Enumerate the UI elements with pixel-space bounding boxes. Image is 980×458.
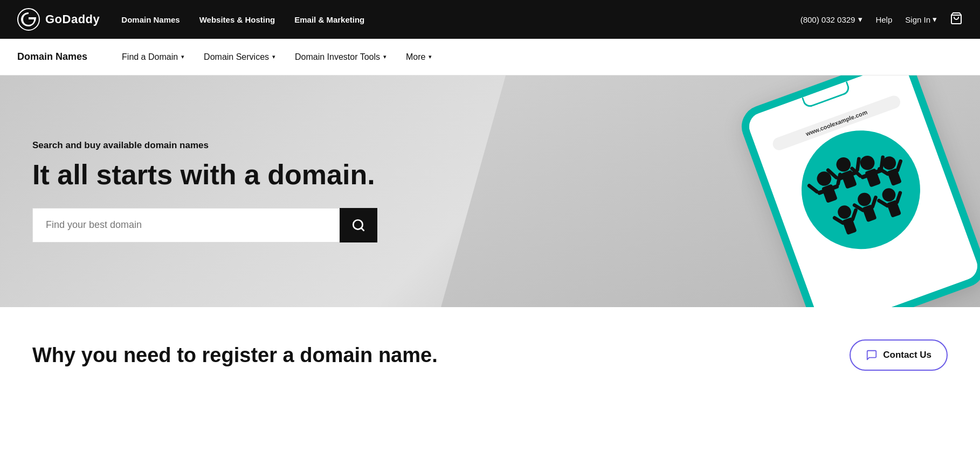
phone-wrapper: www.coolexample.com — [619, 75, 980, 307]
help-link[interactable]: Help — [875, 15, 892, 24]
sub-find-domain[interactable]: Find a Domain ▾ — [113, 48, 193, 66]
hero-content: Search and buy available domain names It… — [0, 108, 410, 274]
bottom-section: Why you need to register a domain name. … — [0, 307, 980, 403]
cart-icon — [950, 12, 963, 25]
phone-number: (800) 032 0329 — [800, 15, 855, 24]
svg-rect-28 — [862, 204, 877, 222]
signin-chevron-icon: ▾ — [933, 15, 937, 24]
sub-more[interactable]: More ▾ — [397, 48, 440, 66]
search-icon — [351, 218, 365, 232]
phone-illustration: www.coolexample.com — [619, 75, 980, 307]
sub-domain-investor-tools[interactable]: Domain Investor Tools ▾ — [286, 48, 395, 66]
chat-icon — [866, 349, 878, 361]
hero-section: Search and buy available domain names It… — [0, 75, 980, 307]
sign-in-button[interactable]: Sign In ▾ — [905, 15, 937, 24]
domain-search-button[interactable] — [340, 208, 377, 242]
find-domain-label: Find a Domain — [122, 52, 178, 62]
contact-us-button[interactable]: Contact Us — [850, 339, 948, 371]
phone-screen: www.coolexample.com — [746, 75, 980, 307]
phone-chevron-icon: ▾ — [858, 15, 862, 24]
nav-websites-hosting[interactable]: Websites & Hosting — [199, 15, 275, 24]
nav-email-marketing[interactable]: Email & Marketing — [294, 15, 364, 24]
logo-text: GoDaddy — [45, 12, 100, 26]
contact-us-label: Contact Us — [883, 350, 931, 360]
svg-rect-20 — [887, 168, 902, 186]
more-chevron-icon: ▾ — [429, 53, 432, 60]
svg-line-26 — [850, 210, 859, 219]
sub-nav-title: Domain Names — [17, 51, 87, 63]
people-group-icon — [795, 124, 927, 255]
find-domain-chevron-icon: ▾ — [181, 53, 184, 60]
domain-search-input[interactable] — [32, 208, 340, 242]
sub-nav-links: Find a Domain ▾ Domain Services ▾ Domain… — [113, 48, 440, 66]
phone-body: www.coolexample.com — [736, 75, 980, 307]
top-nav-right: (800) 032 0329 ▾ Help Sign In ▾ — [800, 12, 963, 27]
domain-services-chevron-icon: ▾ — [272, 53, 275, 60]
svg-line-7 — [809, 184, 817, 193]
svg-line-22 — [895, 161, 903, 170]
logo-link[interactable]: GoDaddy — [17, 8, 100, 31]
svg-line-34 — [894, 193, 903, 202]
hero-subtitle: Search and buy available domain names — [32, 140, 377, 151]
svg-rect-32 — [887, 200, 902, 218]
svg-line-3 — [361, 228, 364, 231]
godaddy-logo-icon — [17, 8, 40, 31]
domain-services-label: Domain Services — [204, 52, 269, 62]
nav-domain-names[interactable]: Domain Names — [121, 15, 180, 24]
svg-rect-24 — [842, 217, 857, 235]
bottom-title: Why you need to register a domain name. — [32, 344, 438, 367]
sub-navigation: Domain Names Find a Domain ▾ Domain Serv… — [0, 39, 980, 75]
sub-domain-services[interactable]: Domain Services ▾ — [195, 48, 284, 66]
sign-in-label: Sign In — [905, 15, 930, 24]
phone-notch — [802, 81, 851, 109]
svg-line-30 — [870, 197, 879, 206]
domain-investor-label: Domain Investor Tools — [295, 52, 380, 62]
top-nav-links: Domain Names Websites & Hosting Email & … — [121, 15, 800, 24]
top-navigation: GoDaddy Domain Names Websites & Hosting … — [0, 0, 980, 39]
phone-button[interactable]: (800) 032 0329 ▾ — [800, 15, 863, 24]
cart-button[interactable] — [950, 12, 963, 27]
domain-investor-chevron-icon: ▾ — [383, 53, 387, 60]
more-label: More — [406, 52, 425, 62]
hero-title: It all starts with a domain. — [32, 159, 377, 190]
domain-search-bar — [32, 208, 377, 242]
